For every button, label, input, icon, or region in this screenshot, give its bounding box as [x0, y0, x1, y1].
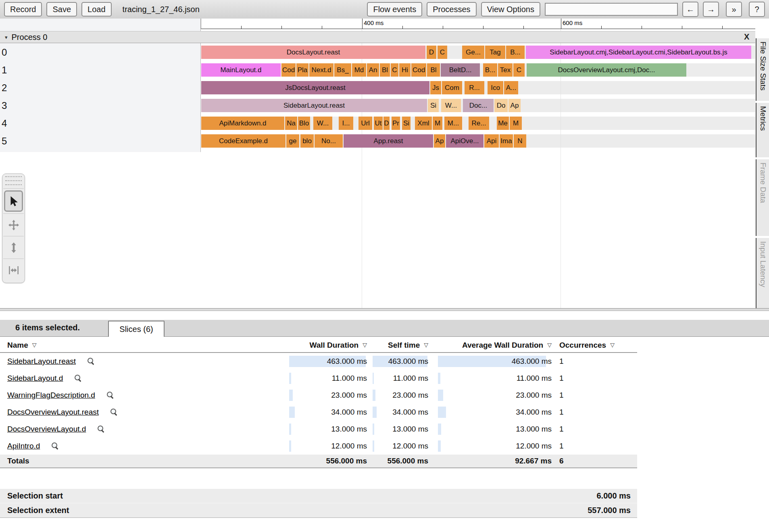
trace-slice[interactable]: Do [494, 99, 508, 112]
trace-slice[interactable]: Blo [298, 117, 310, 130]
table-row[interactable]: DocsOverviewLayout.d13.000 ms13.000 ms13… [0, 421, 637, 438]
slice-name-link[interactable]: ApiIntro.d [7, 442, 40, 451]
trace-slice[interactable]: W... [313, 117, 332, 130]
timeline-ruler[interactable]: 400 ms600 ms [201, 19, 755, 29]
table-row[interactable]: WarningFlagDescription.d23.000 ms23.000 … [0, 387, 637, 404]
trace-slice[interactable]: BeltD... [441, 63, 480, 77]
trace-slice[interactable]: SidebarLayout.cmj,SidebarLayout.cmi,Side… [526, 46, 751, 59]
sort-icon[interactable]: ▽ [32, 342, 37, 348]
trace-slice[interactable]: Ico [488, 81, 503, 94]
find-next-button[interactable]: → [703, 2, 719, 17]
trace-slice[interactable]: Md [352, 63, 366, 77]
slice-name-link[interactable]: DocsOverviewLayout.d [7, 425, 86, 434]
column-header-occurrences[interactable]: Occurrences▽ [559, 338, 615, 352]
trace-slice[interactable]: Bs_ [334, 63, 351, 77]
trace-slice[interactable]: Tag [485, 46, 505, 59]
sort-icon[interactable]: ▽ [610, 342, 615, 348]
trace-slice[interactable]: Ima [500, 134, 513, 148]
trace-slice[interactable]: ge [286, 134, 299, 148]
trace-slice[interactable]: N [514, 134, 526, 148]
slice-name-link[interactable]: WarningFlagDescription.d [7, 391, 95, 400]
trace-slice[interactable]: Pr [392, 117, 400, 130]
magnifier-icon[interactable] [106, 391, 115, 399]
trace-slice[interactable]: I... [339, 117, 353, 130]
magnifier-icon[interactable] [74, 374, 82, 382]
trace-slice[interactable]: M [433, 117, 442, 130]
trace-slice[interactable]: DocsOverviewLayout.cmj,Doc... [527, 63, 686, 77]
trace-slice[interactable]: DocsLayout.reast [201, 46, 425, 59]
trace-slice[interactable]: ApiMarkdown.d [201, 117, 284, 130]
trace-slice[interactable]: Pla [296, 63, 308, 77]
trace-slice[interactable]: Si [402, 117, 411, 130]
trace-slice[interactable]: C [513, 63, 525, 77]
trace-slice[interactable]: Doc... [463, 99, 494, 112]
trace-slice[interactable]: C [391, 63, 398, 77]
trace-slice[interactable]: Si [428, 99, 439, 112]
trace-slice[interactable]: R... [465, 81, 484, 94]
trace-slice[interactable]: D [383, 117, 390, 130]
process-header[interactable]: ▾ Process 0 X [0, 31, 755, 43]
trace-slice[interactable]: Cod [281, 63, 296, 77]
trace-slice[interactable]: Com [442, 81, 462, 94]
table-row[interactable]: SidebarLayout.reast463.000 ms463.000 ms4… [0, 353, 637, 370]
trace-slice[interactable]: Next.d [309, 63, 333, 77]
trace-slice[interactable]: Na [285, 117, 297, 130]
column-header-average-wall-duration[interactable]: Average Wall Duration▽ [428, 338, 552, 352]
magnifier-icon[interactable] [97, 425, 105, 433]
tool-panel[interactable] [2, 173, 25, 283]
magnifier-icon[interactable] [51, 442, 59, 450]
table-row[interactable]: DocsOverviewLayout.reast34.000 ms34.000 … [0, 404, 637, 421]
trace-slice[interactable]: Xml [415, 117, 432, 130]
table-row[interactable]: ApiIntro.d12.000 ms12.000 ms12.000 ms1 [0, 438, 637, 455]
trace-slice[interactable]: Ge... [462, 46, 484, 59]
trace-slice[interactable]: CodeExample.d [201, 134, 286, 148]
trace-slice[interactable]: B... [506, 46, 525, 59]
horizontal-splitter[interactable] [0, 308, 769, 311]
trace-slice[interactable]: Ut [374, 117, 383, 130]
sort-icon[interactable]: ▽ [424, 342, 428, 348]
sort-icon[interactable]: ▽ [547, 342, 552, 348]
side-tab-metrics[interactable]: Metrics [756, 103, 769, 157]
close-process-icon[interactable]: X [744, 32, 749, 42]
trace-slice[interactable]: C [438, 46, 447, 59]
trace-slice[interactable]: blo [300, 134, 314, 148]
search-input[interactable] [545, 3, 678, 16]
column-header-wall-duration[interactable]: Wall Duration▽ [288, 338, 367, 352]
trace-slice[interactable]: JsDocsLayout.reast [201, 81, 429, 94]
tab-slices[interactable]: Slices (6) [108, 321, 165, 337]
slice-name-link[interactable]: SidebarLayout.d [7, 374, 63, 383]
trace-slice[interactable]: D [427, 46, 436, 59]
trace-slice[interactable]: W... [441, 99, 461, 112]
side-tab-input-latency[interactable]: Input Latency [756, 238, 769, 308]
trace-slice[interactable]: Tex [498, 63, 513, 77]
timing-tool-button[interactable] [2, 259, 25, 281]
magnifier-icon[interactable] [87, 357, 95, 365]
record-button[interactable]: Record [4, 2, 42, 17]
trace-slice[interactable]: No... [315, 134, 343, 148]
trace-slice[interactable]: M... [444, 117, 462, 130]
trace-slice[interactable]: Js [430, 81, 441, 94]
processes-button[interactable]: Processes [427, 2, 476, 17]
trace-slice[interactable]: MainLayout.d [201, 63, 281, 77]
slice-name-link[interactable]: SidebarLayout.reast [7, 357, 76, 366]
magnifier-icon[interactable] [110, 408, 118, 416]
find-previous-button[interactable]: ← [682, 2, 698, 17]
trace-slice[interactable]: App.reast [344, 134, 433, 148]
zoom-tool-button[interactable] [2, 236, 25, 259]
trace-slice[interactable]: Cod [411, 63, 426, 77]
trace-slice[interactable]: An [367, 63, 379, 77]
trace-slice[interactable]: Bl [427, 63, 440, 77]
column-header-self-time[interactable]: Self time▽ [367, 338, 428, 352]
side-tab-frame-data[interactable]: Frame Data [756, 159, 769, 236]
side-tab-file-size-stats[interactable]: File Size Stats [756, 38, 769, 101]
trace-slice[interactable]: ApiOve... [446, 134, 483, 148]
column-header-name[interactable]: Name▽ [7, 338, 37, 352]
slice-name-link[interactable]: DocsOverviewLayout.reast [7, 408, 99, 417]
save-button[interactable]: Save [46, 2, 77, 17]
trace-slice[interactable]: SidebarLayout.reast [201, 99, 427, 112]
view-options-button[interactable]: View Options [481, 2, 540, 17]
trace-slice[interactable]: Re... [469, 117, 489, 130]
help-button[interactable]: ? [749, 2, 765, 17]
trace-slice[interactable]: Ap [434, 134, 445, 148]
trace-slice[interactable]: M [510, 117, 522, 130]
